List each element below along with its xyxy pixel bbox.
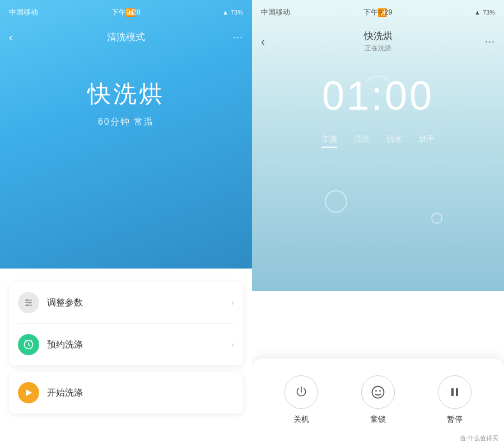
child-lock-button-circle xyxy=(361,375,395,409)
svg-point-13 xyxy=(375,390,377,392)
child-lock-label: 童锁 xyxy=(370,415,386,425)
power-icon xyxy=(294,385,309,399)
schedule-wash-icon xyxy=(18,334,39,355)
right-carrier: 中国移动 xyxy=(261,7,290,17)
bubble-2 xyxy=(431,213,442,224)
right-nav-subtitle: 正在洗涤 xyxy=(365,44,391,53)
left-nav-bar: ‹ 清洗模式 ··· xyxy=(0,25,252,49)
schedule-wash-label: 预约洗涤 xyxy=(47,339,231,351)
child-lock-button[interactable]: 童锁 xyxy=(361,375,395,425)
left-mode-subtitle: 60分钟 常温 xyxy=(98,116,154,128)
svg-point-12 xyxy=(372,387,384,398)
svg-line-10 xyxy=(31,341,32,342)
left-more-button[interactable]: ··· xyxy=(233,31,243,43)
left-battery-icon: 73% xyxy=(231,9,243,16)
alarm-icon xyxy=(23,339,34,350)
watermark: 值·什么值得买 xyxy=(460,434,498,443)
tab-spin[interactable]: 脱水 xyxy=(386,134,402,148)
right-battery-icon: 73% xyxy=(483,9,495,16)
schedule-wash-arrow: › xyxy=(231,340,234,350)
schedule-wash-item[interactable]: 预约洗涤 › xyxy=(9,324,243,365)
start-wash-item[interactable]: 开始洗涤 xyxy=(9,372,243,413)
svg-point-14 xyxy=(379,390,381,392)
left-cards-area: 调整参数 › 预约洗涤 › xyxy=(9,282,243,413)
adjust-params-label: 调整参数 xyxy=(47,297,231,309)
play-icon xyxy=(24,388,34,398)
power-button[interactable]: 关机 xyxy=(284,375,318,425)
left-mode-title: 快洗烘 xyxy=(87,78,165,110)
pause-button-circle xyxy=(438,375,472,409)
child-lock-icon xyxy=(370,384,386,400)
pause-button[interactable]: 暂停 xyxy=(438,375,472,425)
svg-point-3 xyxy=(26,299,28,301)
left-options-card: 调整参数 › 预约洗涤 › xyxy=(9,282,243,365)
tab-main-wash[interactable]: 主洗 xyxy=(321,134,337,148)
timer-display: 01:00 xyxy=(252,73,504,119)
left-start-card: 开始洗涤 xyxy=(9,372,243,413)
start-wash-label: 开始洗涤 xyxy=(47,387,234,399)
svg-point-5 xyxy=(26,304,28,306)
left-status-bar: 中国移动 📶 下午9:28 ▲ 73% xyxy=(0,0,252,25)
bubble-1 xyxy=(325,190,347,213)
left-time: 下午9:28 xyxy=(111,7,140,17)
wash-tabs-row: 主洗 漂洗 脱水 烘干 xyxy=(252,134,504,148)
adjust-params-arrow: › xyxy=(231,298,234,308)
timer-text: 01:00 xyxy=(322,73,434,119)
svg-line-8 xyxy=(29,345,30,346)
tab-rinse[interactable]: 漂洗 xyxy=(354,134,370,148)
left-nav-title: 清洗模式 xyxy=(107,31,145,44)
right-signal-icon: ▲ xyxy=(474,9,480,16)
left-hero-area: 快洗烘 60分钟 常温 xyxy=(0,78,252,128)
left-carrier: 中国移动 xyxy=(9,7,38,17)
right-more-button[interactable]: ··· xyxy=(485,36,495,48)
right-back-button[interactable]: ‹ xyxy=(261,35,265,48)
left-signal-icon: ▲ xyxy=(222,9,228,16)
right-status-bar: 中国移动 📶 下午9:29 ▲ 73% xyxy=(252,0,504,25)
svg-marker-11 xyxy=(26,389,32,396)
right-nav-title: 快洗烘 xyxy=(364,30,393,43)
pause-label: 暂停 xyxy=(447,415,463,425)
power-label: 关机 xyxy=(293,415,309,425)
start-wash-icon xyxy=(18,382,39,403)
adjust-params-icon xyxy=(18,292,39,313)
svg-rect-16 xyxy=(456,388,458,396)
svg-rect-15 xyxy=(451,388,454,396)
tab-dry[interactable]: 烘干 xyxy=(419,134,435,148)
right-phone: 中国移动 📶 下午9:29 ▲ 73% ‹ 快洗烘 正在洗涤 ··· 01:00… xyxy=(252,0,504,447)
sliders-icon xyxy=(24,298,34,308)
left-status-icons: ▲ 73% xyxy=(222,9,243,16)
adjust-params-item[interactable]: 调整参数 › xyxy=(9,282,243,323)
left-phone: 中国移动 📶 下午9:28 ▲ 73% ‹ 清洗模式 ··· 快洗烘 60分钟 … xyxy=(0,0,252,447)
right-time: 下午9:29 xyxy=(363,7,392,17)
right-nav-bar: ‹ 快洗烘 正在洗涤 ··· xyxy=(252,25,504,58)
svg-point-4 xyxy=(29,302,31,304)
pause-icon xyxy=(448,385,461,399)
right-status-icons: ▲ 73% xyxy=(474,9,495,16)
power-button-circle xyxy=(284,375,318,409)
right-nav-title-group: 快洗烘 正在洗涤 xyxy=(364,30,393,53)
svg-line-9 xyxy=(25,341,26,342)
left-back-button[interactable]: ‹ xyxy=(9,31,13,44)
